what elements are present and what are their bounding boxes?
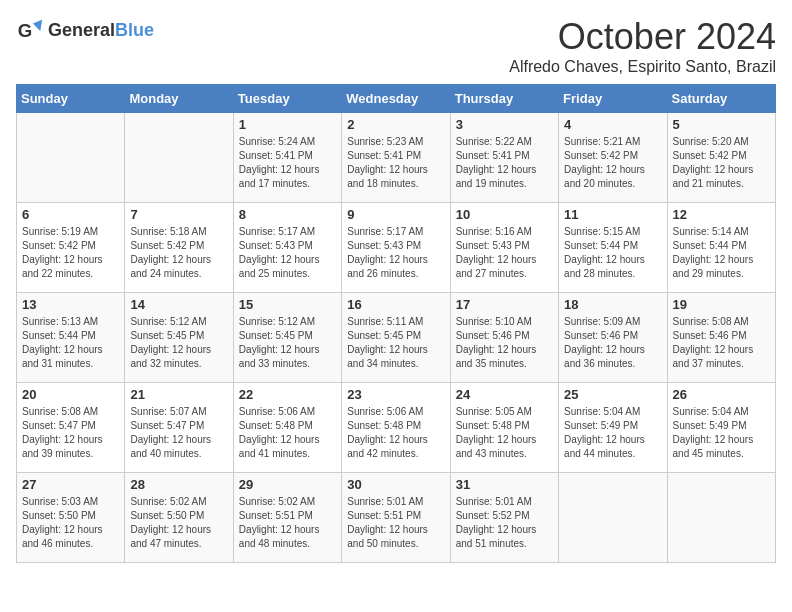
cell-content: Sunrise: 5:12 AM Sunset: 5:45 PM Dayligh… [130,315,227,371]
cell-content: Sunrise: 5:01 AM Sunset: 5:51 PM Dayligh… [347,495,444,551]
title-area: October 2024 Alfredo Chaves, Espirito Sa… [509,16,776,76]
cell-content: Sunrise: 5:23 AM Sunset: 5:41 PM Dayligh… [347,135,444,191]
calendar-cell: 27Sunrise: 5:03 AM Sunset: 5:50 PM Dayli… [17,473,125,563]
calendar-cell: 17Sunrise: 5:10 AM Sunset: 5:46 PM Dayli… [450,293,558,383]
day-number: 1 [239,117,336,132]
cell-content: Sunrise: 5:02 AM Sunset: 5:51 PM Dayligh… [239,495,336,551]
calendar-cell: 30Sunrise: 5:01 AM Sunset: 5:51 PM Dayli… [342,473,450,563]
logo-text-blue: Blue [115,20,154,40]
day-number: 10 [456,207,553,222]
month-title: October 2024 [509,16,776,58]
cell-content: Sunrise: 5:24 AM Sunset: 5:41 PM Dayligh… [239,135,336,191]
calendar-cell: 9Sunrise: 5:17 AM Sunset: 5:43 PM Daylig… [342,203,450,293]
calendar-cell: 12Sunrise: 5:14 AM Sunset: 5:44 PM Dayli… [667,203,775,293]
calendar-cell: 1Sunrise: 5:24 AM Sunset: 5:41 PM Daylig… [233,113,341,203]
day-number: 15 [239,297,336,312]
day-number: 26 [673,387,770,402]
svg-text:G: G [18,20,33,41]
calendar-cell: 21Sunrise: 5:07 AM Sunset: 5:47 PM Dayli… [125,383,233,473]
day-number: 24 [456,387,553,402]
day-number: 19 [673,297,770,312]
calendar-cell: 19Sunrise: 5:08 AM Sunset: 5:46 PM Dayli… [667,293,775,383]
day-number: 27 [22,477,119,492]
week-row-4: 20Sunrise: 5:08 AM Sunset: 5:47 PM Dayli… [17,383,776,473]
calendar-cell: 28Sunrise: 5:02 AM Sunset: 5:50 PM Dayli… [125,473,233,563]
day-number: 16 [347,297,444,312]
cell-content: Sunrise: 5:05 AM Sunset: 5:48 PM Dayligh… [456,405,553,461]
calendar-cell [667,473,775,563]
calendar-cell: 18Sunrise: 5:09 AM Sunset: 5:46 PM Dayli… [559,293,667,383]
calendar-cell: 13Sunrise: 5:13 AM Sunset: 5:44 PM Dayli… [17,293,125,383]
cell-content: Sunrise: 5:06 AM Sunset: 5:48 PM Dayligh… [239,405,336,461]
week-row-1: 1Sunrise: 5:24 AM Sunset: 5:41 PM Daylig… [17,113,776,203]
day-number: 9 [347,207,444,222]
cell-content: Sunrise: 5:19 AM Sunset: 5:42 PM Dayligh… [22,225,119,281]
day-number: 28 [130,477,227,492]
column-header-sunday: Sunday [17,85,125,113]
day-number: 7 [130,207,227,222]
logo-text-general: General [48,20,115,40]
calendar-cell: 16Sunrise: 5:11 AM Sunset: 5:45 PM Dayli… [342,293,450,383]
day-number: 17 [456,297,553,312]
logo: G GeneralBlue [16,16,154,44]
cell-content: Sunrise: 5:03 AM Sunset: 5:50 PM Dayligh… [22,495,119,551]
day-number: 12 [673,207,770,222]
cell-content: Sunrise: 5:02 AM Sunset: 5:50 PM Dayligh… [130,495,227,551]
cell-content: Sunrise: 5:20 AM Sunset: 5:42 PM Dayligh… [673,135,770,191]
calendar-cell: 20Sunrise: 5:08 AM Sunset: 5:47 PM Dayli… [17,383,125,473]
calendar-cell: 6Sunrise: 5:19 AM Sunset: 5:42 PM Daylig… [17,203,125,293]
day-number: 23 [347,387,444,402]
day-number: 21 [130,387,227,402]
day-number: 3 [456,117,553,132]
calendar-cell: 2Sunrise: 5:23 AM Sunset: 5:41 PM Daylig… [342,113,450,203]
day-number: 22 [239,387,336,402]
calendar-table: SundayMondayTuesdayWednesdayThursdayFrid… [16,84,776,563]
day-number: 5 [673,117,770,132]
cell-content: Sunrise: 5:10 AM Sunset: 5:46 PM Dayligh… [456,315,553,371]
cell-content: Sunrise: 5:01 AM Sunset: 5:52 PM Dayligh… [456,495,553,551]
day-number: 25 [564,387,661,402]
cell-content: Sunrise: 5:07 AM Sunset: 5:47 PM Dayligh… [130,405,227,461]
column-header-thursday: Thursday [450,85,558,113]
week-row-3: 13Sunrise: 5:13 AM Sunset: 5:44 PM Dayli… [17,293,776,383]
calendar-cell [125,113,233,203]
calendar-cell: 26Sunrise: 5:04 AM Sunset: 5:49 PM Dayli… [667,383,775,473]
calendar-cell: 5Sunrise: 5:20 AM Sunset: 5:42 PM Daylig… [667,113,775,203]
calendar-cell: 25Sunrise: 5:04 AM Sunset: 5:49 PM Dayli… [559,383,667,473]
day-number: 31 [456,477,553,492]
calendar-cell: 24Sunrise: 5:05 AM Sunset: 5:48 PM Dayli… [450,383,558,473]
logo-icon: G [16,16,44,44]
calendar-cell: 14Sunrise: 5:12 AM Sunset: 5:45 PM Dayli… [125,293,233,383]
day-number: 18 [564,297,661,312]
calendar-cell: 15Sunrise: 5:12 AM Sunset: 5:45 PM Dayli… [233,293,341,383]
week-row-2: 6Sunrise: 5:19 AM Sunset: 5:42 PM Daylig… [17,203,776,293]
cell-content: Sunrise: 5:06 AM Sunset: 5:48 PM Dayligh… [347,405,444,461]
week-row-5: 27Sunrise: 5:03 AM Sunset: 5:50 PM Dayli… [17,473,776,563]
calendar-cell: 7Sunrise: 5:18 AM Sunset: 5:42 PM Daylig… [125,203,233,293]
calendar-cell: 8Sunrise: 5:17 AM Sunset: 5:43 PM Daylig… [233,203,341,293]
calendar-body: 1Sunrise: 5:24 AM Sunset: 5:41 PM Daylig… [17,113,776,563]
cell-content: Sunrise: 5:21 AM Sunset: 5:42 PM Dayligh… [564,135,661,191]
cell-content: Sunrise: 5:17 AM Sunset: 5:43 PM Dayligh… [239,225,336,281]
svg-marker-1 [33,20,42,31]
day-number: 8 [239,207,336,222]
location-title: Alfredo Chaves, Espirito Santo, Brazil [509,58,776,76]
calendar-cell: 23Sunrise: 5:06 AM Sunset: 5:48 PM Dayli… [342,383,450,473]
column-header-wednesday: Wednesday [342,85,450,113]
page-header: G GeneralBlue October 2024 Alfredo Chave… [16,16,776,76]
calendar-cell [17,113,125,203]
cell-content: Sunrise: 5:04 AM Sunset: 5:49 PM Dayligh… [564,405,661,461]
column-header-friday: Friday [559,85,667,113]
cell-content: Sunrise: 5:22 AM Sunset: 5:41 PM Dayligh… [456,135,553,191]
cell-content: Sunrise: 5:08 AM Sunset: 5:47 PM Dayligh… [22,405,119,461]
calendar-cell [559,473,667,563]
calendar-cell: 11Sunrise: 5:15 AM Sunset: 5:44 PM Dayli… [559,203,667,293]
day-number: 2 [347,117,444,132]
calendar-cell: 4Sunrise: 5:21 AM Sunset: 5:42 PM Daylig… [559,113,667,203]
day-number: 6 [22,207,119,222]
cell-content: Sunrise: 5:13 AM Sunset: 5:44 PM Dayligh… [22,315,119,371]
cell-content: Sunrise: 5:15 AM Sunset: 5:44 PM Dayligh… [564,225,661,281]
calendar-cell: 29Sunrise: 5:02 AM Sunset: 5:51 PM Dayli… [233,473,341,563]
cell-content: Sunrise: 5:12 AM Sunset: 5:45 PM Dayligh… [239,315,336,371]
cell-content: Sunrise: 5:11 AM Sunset: 5:45 PM Dayligh… [347,315,444,371]
